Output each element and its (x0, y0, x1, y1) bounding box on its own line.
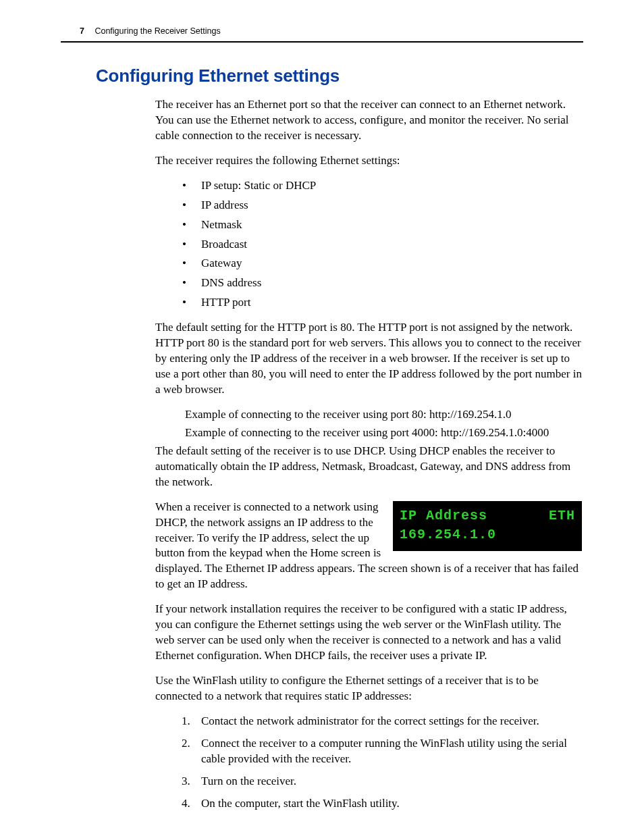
list-item: IP address (182, 198, 582, 213)
list-item: Broadcast (182, 237, 582, 253)
settings-bullet-list: IP setup: Static or DHCP IP address Netm… (182, 178, 582, 311)
lcd-ip-value: 169.254.1.0 (400, 525, 575, 544)
list-item: HTTP port (182, 295, 582, 311)
lcd-screenshot: IP Address ETH 169.254.1.0 (393, 501, 582, 551)
paragraph: The receiver has an Ethernet port so tha… (155, 97, 582, 144)
paragraph: If your network installation requires th… (155, 602, 582, 664)
lcd-interface: ETH (549, 506, 575, 525)
step-item: Connect the receiver to a computer runni… (193, 736, 582, 767)
list-item: DNS address (182, 276, 582, 291)
header-rule (61, 41, 583, 43)
section-heading: Configuring Ethernet settings (96, 64, 583, 88)
paragraph: Use the WinFlash utility to configure th… (155, 673, 582, 704)
running-header: 7 Configuring the Receiver Settings (61, 26, 583, 41)
example-line: Example of connecting to the receiver us… (185, 425, 582, 441)
numbered-steps: Contact the network administrator for th… (174, 714, 582, 812)
paragraph: The default setting for the HTTP port is… (155, 320, 582, 398)
chapter-title: Configuring the Receiver Settings (95, 26, 220, 36)
body-text: The receiver has an Ethernet port so tha… (155, 97, 582, 812)
chapter-number: 7 (80, 26, 84, 36)
example-line: Example of connecting to the receiver us… (185, 407, 582, 423)
paragraph: The default setting of the receiver is t… (155, 444, 582, 490)
paragraph-with-figure: IP Address ETH 169.254.1.0 When a receiv… (155, 500, 582, 593)
step-item: On the computer, start the WinFlash util… (193, 796, 582, 812)
paragraph: The receiver requires the following Ethe… (155, 153, 582, 169)
lcd-label: IP Address (400, 506, 487, 525)
list-item: IP setup: Static or DHCP (182, 178, 582, 194)
list-item: Netmask (182, 217, 582, 233)
example-block: Example of connecting to the receiver us… (185, 407, 582, 441)
step-item: Turn on the receiver. (193, 774, 582, 789)
step-item: Contact the network administrator for th… (193, 714, 582, 729)
list-item: Gateway (182, 256, 582, 271)
